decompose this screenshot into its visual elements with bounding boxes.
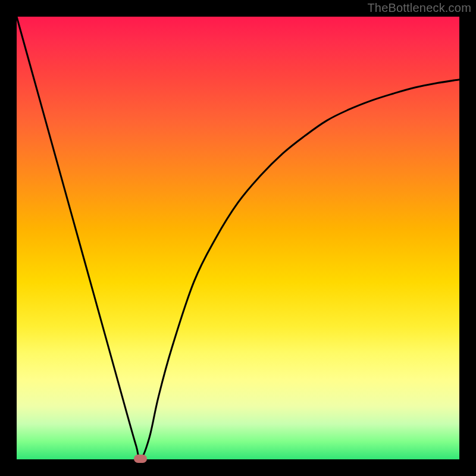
plot-area: [17, 17, 459, 459]
curve-svg: [17, 17, 459, 459]
minimum-marker: [134, 455, 147, 463]
attribution-text: TheBottleneck.com: [367, 1, 471, 15]
chart-frame: TheBottleneck.com: [0, 0, 476, 476]
curve-line: [17, 17, 459, 459]
